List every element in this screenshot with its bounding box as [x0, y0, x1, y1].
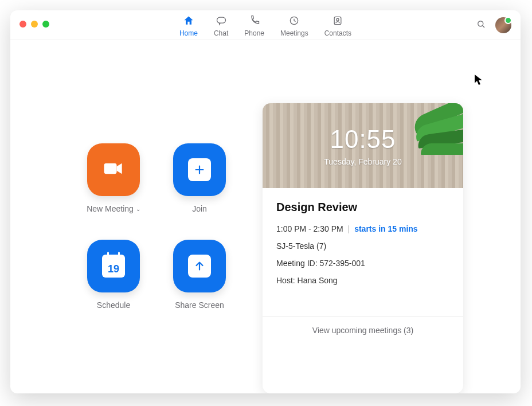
- tile-label: New Meeting: [87, 204, 134, 213]
- current-date: Tuesday, February 20: [324, 157, 401, 166]
- nav-tab-meetings[interactable]: Meetings: [280, 13, 308, 37]
- nav-tab-label: Contacts: [324, 29, 351, 37]
- event-time-range: 1:00 PM - 2:30 PM: [276, 224, 343, 233]
- window-controls: [19, 21, 49, 28]
- titlebar-right: [476, 10, 511, 40]
- search-icon[interactable]: [476, 19, 486, 32]
- event-starts-in: starts in 15 mins: [354, 224, 418, 233]
- svg-rect-5: [104, 163, 117, 174]
- schedule-tile: 19: [87, 240, 140, 292]
- minimize-window-button[interactable]: [31, 21, 38, 28]
- clock-hero: 10:55 Tuesday, February 20: [263, 103, 463, 188]
- share-screen-tile: [173, 240, 226, 292]
- event-details: Design Review 1:00 PM - 2:30 PM | starts…: [263, 188, 463, 316]
- titlebar: Home Chat Phone Meetings: [10, 10, 521, 40]
- plus-icon: [188, 158, 211, 181]
- phone-icon: [249, 15, 260, 28]
- nav-tab-chat[interactable]: Chat: [214, 13, 228, 37]
- nav-tab-label: Phone: [244, 29, 264, 37]
- maximize-window-button[interactable]: [42, 21, 49, 28]
- event-meeting-id: Meeting ID: 572-395-001: [276, 259, 449, 268]
- nav-tab-home[interactable]: Home: [179, 13, 198, 37]
- current-time: 10:55: [330, 125, 396, 154]
- share-screen-button[interactable]: Share Screen: [159, 240, 240, 310]
- close-window-button[interactable]: [19, 21, 26, 28]
- chevron-down-icon[interactable]: ⌄: [136, 206, 140, 212]
- svg-rect-0: [217, 17, 225, 23]
- leaf-decoration: [421, 143, 463, 155]
- tile-label: Join: [192, 204, 207, 213]
- tile-label: Share Screen: [175, 300, 224, 310]
- upcoming-label: View upcoming meetings (3): [312, 326, 413, 335]
- nav-tab-contacts[interactable]: Contacts: [324, 13, 351, 37]
- event-host: Host: Hana Song: [276, 276, 449, 285]
- nav-tabs: Home Chat Phone Meetings: [179, 13, 351, 37]
- contacts-icon: [332, 15, 343, 28]
- new-meeting-tile: [87, 143, 140, 196]
- event-title: Design Review: [276, 201, 449, 214]
- clock-icon: [288, 15, 300, 28]
- join-tile: [173, 143, 226, 196]
- new-meeting-button[interactable]: New Meeting ⌄: [73, 143, 154, 213]
- event-room: SJ-5-Tesla (7): [276, 241, 449, 251]
- calendar-icon: 19: [102, 255, 125, 278]
- action-tiles-panel: New Meeting ⌄ Join 19: [10, 40, 263, 393]
- app-window: Home Chat Phone Meetings: [10, 10, 521, 393]
- separator: |: [348, 224, 350, 233]
- upload-arrow-icon: [188, 255, 211, 278]
- profile-avatar[interactable]: [495, 17, 511, 33]
- upcoming-panel: 10:55 Tuesday, February 20 Design Review…: [263, 40, 521, 393]
- calendar-day: 19: [108, 263, 119, 275]
- tile-label: Schedule: [97, 300, 130, 310]
- nav-tab-label: Meetings: [280, 29, 308, 37]
- video-icon: [101, 156, 126, 184]
- nav-tab-label: Home: [179, 29, 198, 37]
- svg-point-3: [337, 18, 339, 21]
- upcoming-card: 10:55 Tuesday, February 20 Design Review…: [263, 103, 463, 393]
- nav-tab-phone[interactable]: Phone: [244, 13, 264, 37]
- schedule-button[interactable]: 19 Schedule: [73, 240, 154, 310]
- chat-icon: [216, 15, 227, 28]
- join-button[interactable]: Join: [159, 143, 240, 213]
- nav-tab-label: Chat: [214, 29, 228, 37]
- home-icon: [183, 15, 194, 28]
- svg-point-4: [478, 21, 483, 26]
- view-upcoming-button[interactable]: View upcoming meetings (3): [263, 316, 463, 344]
- content-area: New Meeting ⌄ Join 19: [10, 40, 521, 393]
